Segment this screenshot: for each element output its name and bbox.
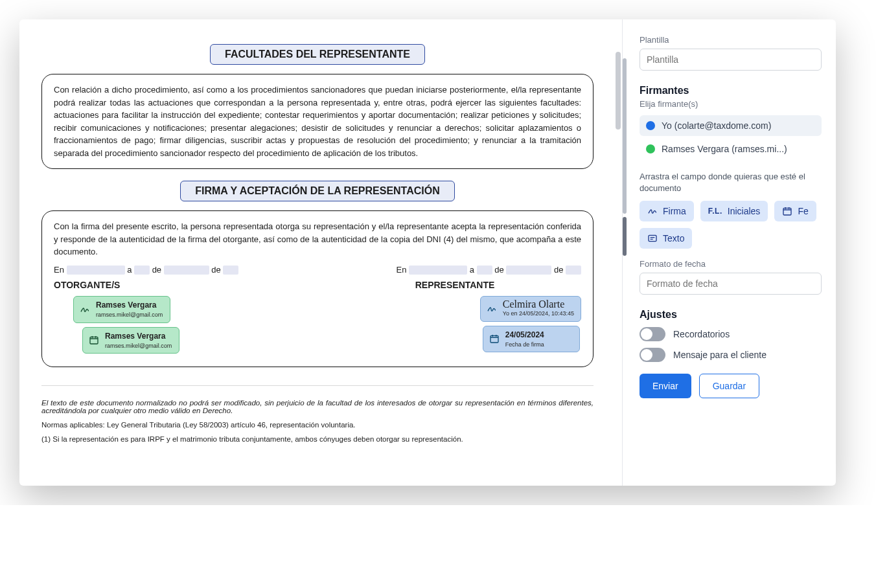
settings-heading: Ajustes: [640, 309, 822, 321]
toggle-client-message[interactable]: [640, 348, 665, 362]
sig-sub: ramses.mikel@gmail.com: [105, 342, 172, 351]
signature-field-representante[interactable]: Celmira Olarte Yo en 24/05/2024, 10:43:4…: [480, 296, 581, 322]
template-select[interactable]: [640, 49, 822, 71]
save-button[interactable]: Guardar: [699, 374, 759, 398]
signer-label: Ramses Vergara (ramses.mi...): [662, 144, 787, 154]
date-format-select[interactable]: [640, 273, 822, 295]
date-field-otorgante[interactable]: Ramses Vergara ramses.mikel@gmail.com: [82, 327, 179, 354]
sig-name: Ramses Vergara: [105, 330, 172, 342]
chip-firma[interactable]: Firma: [640, 201, 694, 221]
app-window: FACULTADES DEL REPRESENTANTE Con relació…: [19, 19, 836, 486]
chip-iniciales[interactable]: F.L. Iniciales: [700, 201, 768, 221]
side-scrollbar-track[interactable]: [623, 58, 627, 214]
signature-icon: [79, 304, 91, 315]
chip-texto[interactable]: Texto: [640, 228, 692, 249]
chip-label: Fe: [798, 206, 808, 216]
scrollbar-thumb[interactable]: [616, 52, 621, 130]
en-label-2: En: [397, 265, 407, 275]
fill-year-2[interactable]: [566, 266, 581, 275]
fill-year-1[interactable]: [223, 266, 238, 275]
section-title-firma: FIRMA Y ACEPTACIÓN DE LA REPRESENTACIÓN: [180, 181, 455, 201]
calendar-icon: [489, 333, 500, 345]
sig-name: Ramses Vergara: [96, 299, 163, 311]
de-label-1b: de: [211, 265, 220, 275]
firma-box: Con la firma del presente escrito, la pe…: [41, 210, 594, 367]
signature-icon: [486, 303, 498, 315]
side-scrollbar-thumb[interactable]: [623, 217, 627, 256]
fill-month-2[interactable]: [506, 266, 551, 275]
date-field-representante[interactable]: 24/05/2024 Fecha de firma: [483, 326, 580, 353]
svg-rect-2: [783, 209, 791, 216]
initials-icon: F.L.: [708, 207, 722, 216]
fill-day-1[interactable]: [134, 266, 150, 275]
signature-field-otorgante-1[interactable]: Ramses Vergara ramses.mikel@gmail.com: [73, 296, 170, 323]
signers-subtitle: Elija firmante(s): [640, 99, 822, 109]
calendar-icon: [88, 334, 100, 346]
section-title-facultades: FACULTADES DEL REPRESENTANTE: [210, 44, 425, 65]
sig-sub: Fecha de firma: [505, 341, 544, 350]
chip-label: Firma: [663, 206, 686, 216]
field-chip-row: Firma F.L. Iniciales Fe Texto: [640, 201, 822, 249]
signers-heading: Firmantes: [640, 85, 822, 96]
toggle-label-client-message: Mensaje para el cliente: [673, 350, 766, 360]
svg-rect-1: [490, 336, 498, 343]
svg-rect-0: [90, 337, 98, 345]
facultades-box: Con relación a dicho procedimiento, así …: [41, 74, 594, 169]
footnote-1: El texto de este documento normalizado n…: [41, 399, 594, 414]
chip-label: Texto: [663, 233, 684, 243]
sig-date: 24/05/2024: [505, 329, 544, 341]
toggle-label-reminders: Recordatorios: [673, 329, 730, 339]
signature-icon: [647, 206, 658, 216]
signer-item-self[interactable]: Yo (colarte@taxdome.com): [640, 115, 822, 136]
de-label-1a: de: [152, 265, 161, 275]
text-icon: [647, 233, 658, 243]
en-label: En: [54, 265, 64, 275]
document-pane[interactable]: FACULTADES DEL REPRESENTANTE Con relació…: [19, 19, 622, 486]
chip-fecha[interactable]: Fe: [774, 201, 816, 221]
footnote-3: (1) Si la representación es para IRPF y …: [41, 435, 594, 443]
calendar-icon: [782, 206, 792, 216]
signer-label: Yo (colarte@taxdome.com): [662, 120, 771, 131]
signer-item-other[interactable]: Ramses Vergara (ramses.mi...): [640, 139, 822, 159]
chip-label: Iniciales: [728, 206, 761, 216]
fill-month-1[interactable]: [164, 266, 209, 275]
toggle-reminders[interactable]: [640, 327, 665, 341]
signer-dot-green: [646, 144, 655, 153]
sig-script-name: Celmira Olarte: [503, 299, 574, 310]
fill-city-2[interactable]: [409, 266, 467, 275]
otorgante-heading: OTORGANTE/S: [54, 278, 179, 292]
fill-city-1[interactable]: [67, 266, 125, 275]
sig-sub: Yo en 24/05/2024, 10:43:45: [503, 310, 574, 319]
template-label: Plantilla: [640, 35, 822, 45]
fill-day-2[interactable]: [477, 266, 492, 275]
a-label-1: a: [127, 265, 132, 275]
svg-rect-3: [649, 236, 656, 242]
drag-hint-text: Arrastra el campo donde quieras que esté…: [640, 171, 822, 194]
de-label-2b: de: [554, 265, 563, 275]
date-format-label: Formato de fecha: [640, 259, 822, 269]
sig-sub: ramses.mikel@gmail.com: [96, 311, 163, 320]
signer-dot-blue: [646, 121, 655, 130]
page-divider: [41, 385, 594, 386]
side-panel: Plantilla Firmantes Elija firmante(s) Yo…: [622, 19, 836, 486]
representante-heading: REPRESENTANTE: [415, 278, 581, 292]
de-label-2a: de: [494, 265, 503, 275]
firma-body-text: Con la firma del presente escrito, la pe…: [54, 220, 581, 258]
date-line-left-right: En a de de En a de: [54, 264, 581, 277]
a-label-2: a: [470, 265, 474, 275]
send-button[interactable]: Enviar: [640, 374, 691, 398]
footnote-2: Normas aplicables: Ley General Tributari…: [41, 421, 594, 429]
